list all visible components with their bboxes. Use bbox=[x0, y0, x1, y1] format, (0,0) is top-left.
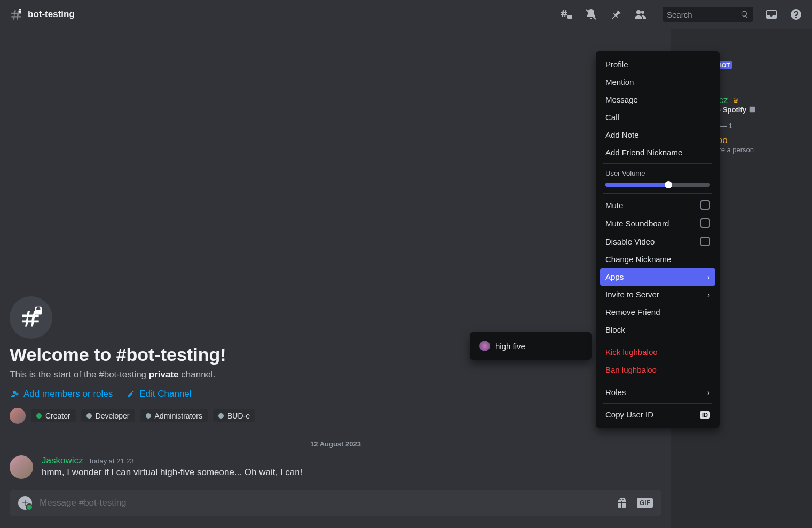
member-list-icon[interactable] bbox=[634, 8, 647, 21]
separator bbox=[603, 381, 712, 381]
attach-button[interactable] bbox=[18, 496, 32, 510]
welcome-sub-bold: private bbox=[149, 369, 179, 380]
app-command-label: high five bbox=[495, 342, 525, 351]
edit-channel-button[interactable]: Edit Channel bbox=[127, 389, 191, 399]
role-chip[interactable]: BUD-e bbox=[213, 409, 255, 422]
welcome-subtitle: This is the start of the #bot-testing pr… bbox=[10, 369, 661, 380]
role-dot bbox=[146, 413, 151, 419]
ctx-profile[interactable]: Profile bbox=[600, 56, 715, 73]
ctx-volume-label: User Volume bbox=[600, 166, 715, 178]
channel-name: bot-testing bbox=[28, 9, 75, 20]
svg-rect-3 bbox=[750, 107, 755, 113]
add-members-button[interactable]: Add members or roles bbox=[10, 389, 113, 399]
user-context-menu: Profile Mention Message Call Add Note Ad… bbox=[596, 51, 720, 428]
add-user-icon bbox=[10, 389, 19, 399]
composer-placeholder[interactable]: Message #bot-testing bbox=[40, 498, 608, 508]
ctx-call[interactable]: Call bbox=[600, 108, 715, 126]
ctx-remove-friend[interactable]: Remove Friend bbox=[600, 303, 715, 321]
date-label: 12 August 2023 bbox=[310, 440, 361, 448]
ctx-mute-soundboard[interactable]: Mute Soundboard bbox=[600, 214, 715, 232]
edit-channel-label: Edit Channel bbox=[139, 389, 191, 399]
search-input[interactable]: Search bbox=[663, 7, 753, 22]
threads-icon[interactable] bbox=[560, 8, 573, 21]
search-icon bbox=[740, 10, 749, 19]
role-chip[interactable]: Developer bbox=[81, 409, 135, 422]
ctx-roles[interactable]: Roles› bbox=[600, 383, 715, 401]
checkbox-icon bbox=[700, 218, 710, 228]
app-command-item[interactable]: high five bbox=[474, 336, 587, 356]
separator bbox=[603, 193, 712, 194]
channel-hash-lock-icon bbox=[10, 7, 23, 21]
message-composer[interactable]: Message #bot-testing GIF bbox=[10, 490, 661, 516]
rich-presence-icon bbox=[748, 106, 756, 113]
inbox-icon[interactable] bbox=[765, 8, 778, 21]
svg-rect-0 bbox=[567, 15, 572, 19]
channel-welcome: Welcome to #bot-testing! This is the sta… bbox=[10, 296, 661, 440]
crown-icon: ♛ bbox=[732, 96, 739, 105]
gift-icon[interactable] bbox=[616, 497, 628, 509]
channel-welcome-icon bbox=[10, 296, 52, 339]
chevron-right-icon: › bbox=[707, 272, 710, 281]
checkbox-icon bbox=[700, 237, 710, 246]
separator bbox=[603, 163, 712, 164]
pinned-messages-icon[interactable] bbox=[609, 8, 622, 21]
separator bbox=[603, 341, 712, 341]
role-chip[interactable]: Administrators bbox=[140, 409, 208, 422]
ctx-mute[interactable]: Mute bbox=[600, 196, 715, 214]
apps-submenu: high five bbox=[470, 332, 592, 360]
message-timestamp: Today at 21:23 bbox=[88, 457, 133, 465]
date-divider: 12 August 2023 bbox=[10, 440, 661, 448]
id-badge-icon: ID bbox=[700, 411, 710, 419]
chat-message[interactable]: Jaskowicz Today at 21:23 hmm, I wonder i… bbox=[10, 453, 661, 490]
role-chip[interactable]: Creator bbox=[31, 409, 76, 422]
gif-picker-button[interactable]: GIF bbox=[637, 498, 653, 508]
channel-header: bot-testing Search bbox=[0, 0, 812, 29]
checkbox-icon bbox=[700, 200, 710, 210]
ctx-change-nickname[interactable]: Change Nickname bbox=[600, 250, 715, 268]
channel-roles-row: Creator Developer Administrators BUD-e bbox=[10, 408, 661, 424]
ctx-mention[interactable]: Mention bbox=[600, 73, 715, 91]
role-label: Administrators bbox=[155, 412, 202, 420]
search-placeholder: Search bbox=[667, 10, 692, 19]
avatar bbox=[10, 408, 26, 424]
ctx-copy-user-id[interactable]: Copy User IDID bbox=[600, 406, 715, 423]
ctx-add-note[interactable]: Add Note bbox=[600, 126, 715, 144]
ctx-disable-video[interactable]: Disable Video bbox=[600, 232, 715, 250]
role-dot bbox=[86, 413, 92, 419]
ctx-kick[interactable]: Kick lughbaloo bbox=[600, 343, 715, 361]
ctx-apps[interactable]: Apps› bbox=[600, 268, 715, 286]
message-author[interactable]: Jaskowicz bbox=[42, 455, 83, 466]
role-label: Developer bbox=[96, 412, 130, 420]
help-icon[interactable] bbox=[790, 8, 802, 21]
notifications-muted-icon[interactable] bbox=[585, 8, 597, 21]
chevron-right-icon: › bbox=[707, 290, 710, 299]
role-label: BUD-e bbox=[227, 412, 250, 420]
app-icon bbox=[479, 341, 490, 351]
pencil-icon bbox=[127, 390, 135, 398]
ctx-message[interactable]: Message bbox=[600, 91, 715, 108]
chevron-right-icon: › bbox=[707, 388, 710, 397]
avatar[interactable] bbox=[10, 455, 33, 479]
welcome-sub-prefix: This is the start of the #bot-testing bbox=[10, 369, 149, 380]
role-dot bbox=[36, 413, 42, 419]
role-dot bbox=[218, 413, 224, 419]
separator bbox=[603, 403, 712, 404]
ctx-ban[interactable]: Ban lughbaloo bbox=[600, 361, 715, 379]
ctx-block[interactable]: Block bbox=[600, 321, 715, 338]
role-label: Creator bbox=[45, 412, 70, 420]
ctx-invite-to-server[interactable]: Invite to Server› bbox=[600, 286, 715, 303]
ctx-volume-slider[interactable] bbox=[600, 183, 715, 191]
add-members-label: Add members or roles bbox=[23, 389, 113, 399]
welcome-sub-suffix: channel. bbox=[179, 369, 216, 380]
ctx-add-friend-nickname[interactable]: Add Friend Nickname bbox=[600, 144, 715, 161]
message-content: hmm, I wonder if I can virtual high-five… bbox=[42, 467, 661, 478]
